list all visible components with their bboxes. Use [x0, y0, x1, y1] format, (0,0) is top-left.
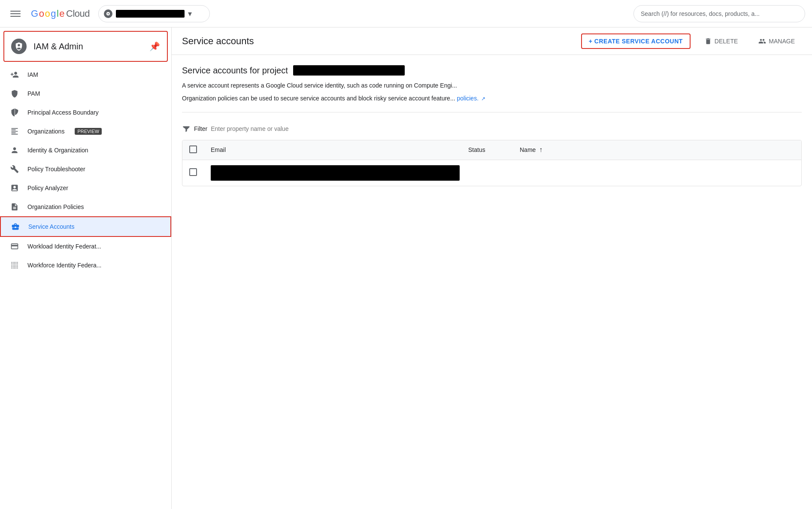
sidebar-item-policy-troubleshooter-label: Policy Troubleshooter	[27, 166, 85, 173]
project-heading-prefix: Service accounts for project	[182, 66, 288, 76]
sidebar-item-policy-analyzer[interactable]: Policy Analyzer	[0, 179, 171, 197]
iam-admin-icon	[11, 39, 27, 54]
sidebar-item-workload-identity[interactable]: Workload Identity Federat...	[0, 237, 171, 256]
sidebar-item-identity-org-label: Identity & Organization	[27, 147, 88, 154]
svg-rect-1	[10, 13, 21, 14]
project-heading: Service accounts for project	[182, 65, 802, 76]
project-selector[interactable]: ▾	[98, 5, 210, 22]
svg-rect-2	[10, 16, 21, 17]
table-row	[182, 160, 801, 186]
manage-button[interactable]: MANAGE	[751, 33, 802, 49]
external-link-icon: ↗	[481, 96, 485, 102]
service-accounts-icon	[11, 222, 20, 231]
filter-input[interactable]	[211, 125, 802, 132]
iam-icon	[10, 70, 19, 79]
preview-badge: PREVIEW	[75, 128, 102, 135]
sidebar-header-title: IAM & Admin	[33, 42, 142, 52]
sidebar-item-identity-organization[interactable]: Identity & Organization	[0, 141, 171, 160]
select-all-checkbox[interactable]	[189, 145, 197, 153]
delete-label: DELETE	[715, 38, 738, 45]
sort-arrow-icon: ↑	[539, 146, 542, 153]
google-cloud-logo: Google Cloud	[31, 8, 90, 19]
sidebar-item-org-policies-label: Organization Policies	[27, 203, 84, 210]
project-name-value	[293, 65, 405, 76]
sidebar-item-policy-troubleshooter[interactable]: Policy Troubleshooter	[0, 160, 171, 179]
filter-bar: Filter	[182, 121, 802, 136]
table: Email Status Name ↑	[182, 140, 801, 186]
project-dot-icon	[104, 9, 112, 18]
page-title: Service accounts	[182, 36, 574, 47]
delete-icon	[704, 37, 712, 45]
policy-troubleshooter-icon	[10, 165, 19, 173]
create-service-account-button[interactable]: + CREATE SERVICE ACCOUNT	[581, 33, 691, 49]
sidebar-header[interactable]: IAM & Admin 📌	[3, 31, 168, 62]
pin-icon: 📌	[149, 41, 160, 52]
content-divider	[182, 112, 802, 112]
workload-identity-icon	[10, 242, 19, 251]
table-header-row: Email Status Name ↑	[182, 140, 801, 160]
sidebar: IAM & Admin 📌 IAM PAM	[0, 27, 172, 509]
project-name-redacted	[116, 10, 185, 18]
svg-rect-0	[10, 11, 21, 12]
chevron-down-icon: ▾	[188, 9, 192, 18]
policies-link[interactable]: policies. ↗	[457, 95, 485, 102]
sidebar-item-pam[interactable]: PAM	[0, 84, 171, 103]
sidebar-item-workforce-label: Workforce Identity Federa...	[27, 262, 101, 269]
topbar: Google Cloud ▾ Search (//) for resources…	[0, 0, 812, 27]
sidebar-item-pam-label: PAM	[27, 90, 40, 97]
organization-policies-icon	[10, 203, 19, 211]
manage-label: MANAGE	[769, 38, 795, 45]
description-line2: Organization policies can be used to sec…	[182, 94, 802, 103]
email-cell	[204, 160, 801, 186]
sidebar-item-policy-analyzer-label: Policy Analyzer	[27, 185, 68, 191]
status-column-header[interactable]: Status	[461, 140, 513, 160]
name-column-header[interactable]: Name ↑	[513, 140, 801, 160]
row-checkbox[interactable]	[189, 168, 197, 176]
main-section: Service accounts for project A service a…	[172, 55, 812, 197]
policy-analyzer-icon	[10, 184, 19, 192]
principal-access-boundary-icon	[10, 108, 19, 117]
sidebar-item-organizations-label: Organizations	[27, 128, 64, 135]
search-placeholder-text: Search (//) for resources, docs, product…	[641, 10, 760, 17]
identity-organization-icon	[10, 146, 19, 155]
select-all-header[interactable]	[182, 140, 204, 160]
description-line1: A service account represents a Google Cl…	[182, 81, 802, 90]
main-content-area: Service accounts + CREATE SERVICE ACCOUN…	[172, 27, 812, 509]
filter-icon	[182, 124, 191, 133]
main-toolbar: Service accounts + CREATE SERVICE ACCOUN…	[172, 27, 812, 55]
filter-label: Filter	[194, 125, 207, 132]
search-bar[interactable]: Search (//) for resources, docs, product…	[633, 5, 805, 22]
delete-button[interactable]: DELETE	[697, 33, 745, 49]
sidebar-item-iam[interactable]: IAM	[0, 65, 171, 84]
layout: IAM & Admin 📌 IAM PAM	[0, 27, 812, 509]
email-value-redacted	[211, 165, 460, 181]
manage-icon	[758, 37, 766, 45]
sidebar-item-organizations[interactable]: Organizations PREVIEW	[0, 122, 171, 141]
sidebar-item-service-accounts[interactable]: Service Accounts	[0, 216, 171, 237]
svg-point-4	[108, 13, 109, 14]
organizations-icon	[10, 127, 19, 136]
service-accounts-table: Email Status Name ↑	[182, 140, 802, 186]
email-column-header[interactable]: Email	[204, 140, 461, 160]
sidebar-item-pab-label: Principal Access Boundary	[27, 109, 99, 116]
pam-icon	[10, 89, 19, 98]
row-checkbox-cell[interactable]	[182, 160, 204, 186]
sidebar-item-organization-policies[interactable]: Organization Policies	[0, 197, 171, 216]
sidebar-item-service-accounts-label: Service Accounts	[28, 223, 74, 230]
menu-icon[interactable]	[7, 5, 24, 22]
sidebar-item-workload-label: Workload Identity Federat...	[27, 243, 101, 250]
sidebar-item-iam-label: IAM	[27, 71, 38, 78]
sidebar-item-workforce-identity[interactable]: Workforce Identity Federa...	[0, 256, 171, 275]
workforce-identity-icon	[10, 261, 19, 270]
sidebar-item-principal-access-boundary[interactable]: Principal Access Boundary	[0, 103, 171, 122]
